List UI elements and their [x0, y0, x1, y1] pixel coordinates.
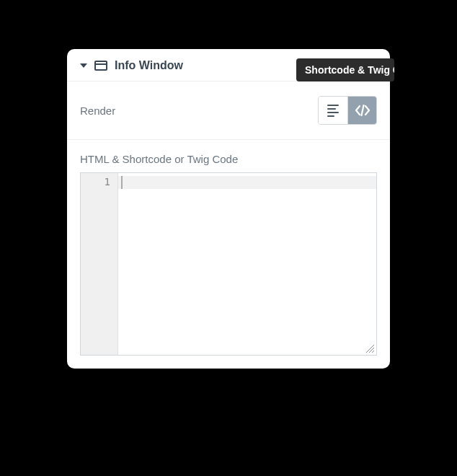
text-lines-icon: [327, 105, 339, 117]
render-label: Render: [80, 105, 115, 117]
code-section: HTML & Shortcode or Twig Code 1: [67, 140, 390, 369]
info-window-panel: Info Window Shortcode & Twig C Render HT…: [67, 49, 390, 369]
collapse-triangle-icon: [80, 63, 87, 68]
line-number: 1: [81, 176, 110, 188]
line-number-gutter: 1: [81, 173, 118, 355]
code-editor-label: HTML & Shortcode or Twig Code: [80, 153, 377, 165]
code-icon: [355, 105, 371, 116]
tooltip: Shortcode & Twig C: [296, 58, 394, 81]
render-row: Shortcode & Twig C Render: [67, 81, 390, 140]
svg-line-2: [372, 351, 374, 353]
resize-handle-icon[interactable]: [365, 343, 375, 353]
code-mode-button[interactable]: [347, 97, 376, 124]
text-mode-button[interactable]: [319, 97, 347, 124]
panel-title: Info Window: [115, 59, 183, 72]
editor-content[interactable]: [118, 173, 376, 355]
window-icon: [94, 61, 107, 71]
render-mode-toggle: [318, 96, 377, 125]
active-line-highlight: [118, 176, 376, 189]
code-editor[interactable]: 1: [80, 172, 377, 356]
cursor: [121, 176, 123, 189]
svg-line-1: [369, 348, 374, 353]
